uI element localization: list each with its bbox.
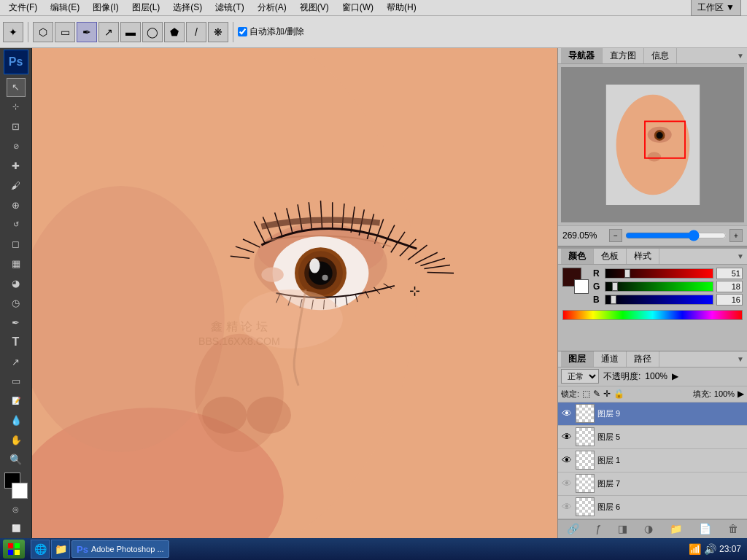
tool-shape[interactable]: ▭: [7, 372, 26, 391]
tool-gradient[interactable]: ▦: [7, 254, 26, 273]
tool-dodge[interactable]: ◷: [7, 293, 26, 312]
layer-mask-icon[interactable]: ◨: [614, 521, 632, 536]
zoom-slider[interactable]: [625, 230, 727, 241]
tool-history-brush[interactable]: ↺: [7, 215, 26, 234]
workspace-button[interactable]: 工作区 ▼: [691, 0, 741, 16]
taskbar-ie-icon[interactable]: 🌐: [31, 540, 50, 559]
taskbar-photoshop-app[interactable]: Ps Adobe Photoshop ...: [71, 540, 169, 558]
toolbar-line[interactable]: /: [186, 22, 206, 42]
tool-magic-wand[interactable]: ⊹: [7, 98, 26, 117]
active-background-color[interactable]: [574, 279, 589, 294]
lock-position-icon[interactable]: ✛: [603, 389, 611, 399]
lock-pixels-icon[interactable]: ✎: [593, 389, 600, 399]
layer-style-icon[interactable]: ƒ: [592, 521, 606, 536]
layer-item-6[interactable]: 👁 图层 6: [558, 496, 747, 519]
tray-network-icon[interactable]: 📶: [689, 543, 701, 555]
layer-adjustment-icon[interactable]: ◑: [640, 521, 657, 536]
tool-slice[interactable]: ⊘: [7, 136, 26, 155]
r-thumb[interactable]: [624, 269, 630, 278]
taskbar-folder-icon[interactable]: 📁: [51, 540, 70, 559]
menu-view[interactable]: 视图(V): [294, 0, 335, 15]
menu-window[interactable]: 窗口(W): [336, 0, 379, 15]
menu-analysis[interactable]: 分析(A): [252, 0, 293, 15]
tab-info[interactable]: 信息: [644, 48, 677, 63]
tool-eraser[interactable]: ◻: [7, 235, 26, 254]
opacity-expand[interactable]: ▶: [672, 371, 678, 381]
b-input[interactable]: 16: [716, 294, 743, 306]
canvas-area[interactable]: ⊹ 鑫 精 论 坛 BBS.16XX8.COM: [32, 48, 557, 538]
tool-blur[interactable]: ◕: [7, 274, 26, 293]
lock-all-icon[interactable]: 🔒: [614, 389, 624, 399]
g-thumb[interactable]: [612, 282, 618, 291]
layer-1-visibility[interactable]: 👁: [561, 454, 573, 466]
tab-navigator[interactable]: 导航器: [561, 48, 603, 63]
tab-histogram[interactable]: 直方图: [603, 48, 644, 63]
toolbar-move[interactable]: ✦: [3, 22, 23, 42]
layer-item-9[interactable]: 👁 图层 9: [558, 402, 747, 426]
zoom-out-button[interactable]: −: [609, 229, 622, 242]
tool-notes[interactable]: 📝: [7, 392, 26, 411]
tool-path-select[interactable]: ↗: [7, 352, 26, 371]
toolbar-poly[interactable]: ⬟: [164, 22, 185, 42]
b-slider-container[interactable]: [605, 295, 713, 305]
tab-paths[interactable]: 路径: [627, 351, 659, 367]
new-layer-icon[interactable]: 📄: [694, 521, 716, 536]
layer-5-visibility[interactable]: 👁: [561, 431, 573, 443]
tool-hand[interactable]: ✋: [7, 431, 26, 450]
start-button[interactable]: [3, 540, 25, 559]
tool-select[interactable]: ↖: [7, 78, 26, 97]
tool-pen[interactable]: ✒: [7, 313, 26, 332]
tool-text[interactable]: T: [7, 332, 26, 351]
toolbar-custom-shape[interactable]: ❋: [208, 22, 228, 42]
tool-screen-mode[interactable]: ⬜: [7, 519, 26, 538]
g-slider-container[interactable]: [605, 281, 713, 292]
color-swatch-area[interactable]: [562, 268, 589, 294]
auto-add-checkbox[interactable]: [238, 27, 247, 36]
menu-image[interactable]: 图像(I): [87, 0, 124, 15]
tool-brush[interactable]: 🖌: [7, 176, 26, 195]
background-color[interactable]: [12, 483, 28, 499]
tab-swatches[interactable]: 色板: [594, 249, 627, 264]
layer-6-visibility[interactable]: 👁: [561, 501, 573, 513]
navigator-panel-menu[interactable]: ▼: [737, 52, 744, 60]
lock-transparent-icon[interactable]: ⬚: [582, 389, 590, 399]
tab-channels[interactable]: 通道: [594, 351, 627, 367]
color-swatches[interactable]: [3, 472, 29, 499]
menu-layer[interactable]: 图层(L): [126, 0, 166, 15]
delete-layer-icon[interactable]: 🗑: [724, 521, 743, 536]
r-input[interactable]: 51: [716, 268, 743, 279]
blend-mode-select[interactable]: 正常: [561, 369, 599, 384]
g-input[interactable]: 18: [716, 281, 743, 292]
zoom-in-button[interactable]: +: [729, 229, 743, 242]
fill-expand[interactable]: ▶: [738, 389, 744, 399]
toolbar-rect-select[interactable]: ▭: [55, 22, 75, 42]
menu-help[interactable]: 帮助(H): [381, 0, 422, 15]
layer-item-5[interactable]: 👁 图层 5: [558, 426, 747, 449]
tool-clone[interactable]: ⊕: [7, 195, 26, 214]
layer-item-7[interactable]: 👁 图层 7: [558, 472, 747, 496]
tab-layers[interactable]: 图层: [561, 351, 594, 367]
tool-eyedropper[interactable]: 💧: [7, 411, 26, 430]
menu-file[interactable]: 文件(F): [3, 0, 43, 15]
layer-item-1[interactable]: 👁 图层 1: [558, 449, 747, 472]
tool-quickmask[interactable]: ◎: [7, 499, 26, 518]
color-panel-menu[interactable]: ▼: [737, 252, 744, 260]
layer-9-visibility[interactable]: 👁: [561, 408, 573, 419]
layer-link-icon[interactable]: 🔗: [562, 521, 584, 536]
toolbar-rect-shape[interactable]: ▬: [120, 22, 141, 42]
r-slider-container[interactable]: [605, 268, 713, 279]
tool-crop[interactable]: ⊡: [7, 117, 26, 136]
menu-filter[interactable]: 滤镜(T): [209, 0, 249, 15]
new-group-icon[interactable]: 📁: [665, 521, 686, 536]
tool-heal[interactable]: ✚: [7, 156, 26, 175]
tray-volume-icon[interactable]: 🔊: [704, 543, 716, 555]
menu-select[interactable]: 选择(S): [167, 0, 208, 15]
tool-zoom[interactable]: 🔍: [7, 450, 26, 469]
menu-edit[interactable]: 编辑(E): [44, 0, 85, 15]
toolbar-ellipse[interactable]: ◯: [142, 22, 163, 42]
toolbar-lasso[interactable]: ⬡: [33, 22, 53, 42]
tab-color[interactable]: 颜色: [561, 249, 594, 264]
b-thumb[interactable]: [611, 295, 616, 304]
layer-7-visibility[interactable]: 👁: [561, 478, 573, 489]
navigator-preview[interactable]: [561, 67, 744, 222]
